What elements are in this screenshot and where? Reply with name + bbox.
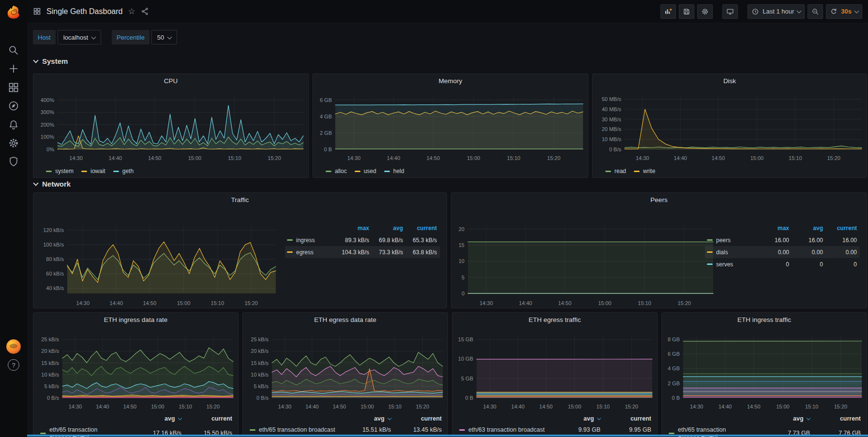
legend-column-header[interactable]: avg — [789, 225, 823, 232]
star-icon[interactable]: ☆ — [128, 7, 135, 15]
panel-title[interactable]: Memory — [313, 77, 588, 85]
svg-text:14:40: 14:40 — [511, 404, 525, 409]
legend-item[interactable]: write — [634, 168, 655, 175]
legend-avg-header[interactable]: avg — [545, 415, 600, 422]
alerting-bell-icon[interactable] — [8, 119, 19, 131]
save-dashboard-button[interactable] — [679, 4, 694, 19]
eth-egress-rate-chart[interactable]: 0 B/s5 kB/s10 kB/s15 kB/s20 kB/s25 kB/s1… — [245, 328, 447, 411]
eth-ingress-traffic-legend: avg currenteth/65 transaction announceme… — [669, 415, 861, 437]
legend-avg-header[interactable]: avg — [126, 415, 181, 422]
admin-shield-icon[interactable] — [8, 156, 19, 167]
panel-title[interactable]: ETH egress data rate — [243, 316, 448, 323]
panel-title[interactable]: ETH ingress data rate — [33, 316, 238, 323]
legend-row[interactable]: eth/65 transaction broadcast15.51 kB/s13… — [250, 426, 442, 433]
legend-item[interactable]: iowait — [81, 168, 105, 175]
eth-ingress-traffic-chart[interactable]: 0 B2 GB4 GB6 GB8 GB14:3014:4014:5015:001… — [664, 328, 866, 411]
variable-percentile-value[interactable]: 50 — [151, 30, 177, 44]
configuration-gear-icon[interactable] — [8, 137, 19, 149]
legend-label: read — [614, 168, 626, 175]
legend-swatch — [326, 171, 331, 172]
legend-bottom-header: avg current — [40, 415, 232, 422]
refresh-button[interactable]: 30s — [826, 4, 862, 19]
svg-text:4 GB: 4 GB — [320, 114, 332, 119]
legend-row[interactable]: peers16.0016.0016.00 — [705, 234, 860, 246]
legend-current-header[interactable]: current — [810, 415, 861, 422]
share-icon[interactable] — [141, 7, 149, 15]
legend-current-header[interactable]: current — [391, 415, 442, 422]
eth-ingress-rate-chart[interactable]: 0 B/s5 kB/s10 kB/s15 kB/s20 kB/s25 kB/s1… — [35, 328, 237, 411]
legend-item[interactable]: held — [384, 168, 404, 175]
legend-column-header[interactable]: current — [823, 225, 857, 232]
dashboard-settings-button[interactable] — [697, 4, 713, 19]
legend-row[interactable]: ingress89.3 kB/s69.8 kB/s65.3 kB/s — [285, 234, 440, 246]
svg-text:15:00: 15:00 — [467, 155, 480, 161]
legend-swatch — [707, 251, 713, 253]
legend-item[interactable]: geth — [113, 168, 134, 175]
panel-title[interactable]: ETH egress traffic — [452, 316, 657, 323]
panel-title[interactable]: CPU — [33, 77, 308, 85]
memory-chart[interactable]: 0 B2 GB4 GB6 GB14:3014:4014:5015:0015:10… — [315, 88, 587, 163]
svg-text:25 kB/s: 25 kB/s — [251, 336, 269, 342]
add-panel-button[interactable] — [660, 4, 676, 19]
explore-compass-icon[interactable] — [8, 100, 19, 112]
panel-title[interactable]: ETH ingress traffic — [662, 316, 867, 323]
legend-item[interactable]: system — [46, 168, 74, 175]
bottom-edge-indicator — [27, 435, 868, 437]
dashboards-icon[interactable] — [8, 82, 19, 93]
legend-current-header[interactable]: current — [181, 415, 232, 422]
legend-row[interactable]: egress104.3 kB/s73.3 kB/s63.8 kB/s — [285, 246, 440, 258]
legend-row[interactable]: eth/63 transaction broadcast9.93 GB9.95 … — [459, 426, 651, 433]
variable-host-label[interactable]: Host — [33, 30, 56, 44]
legend-column-header[interactable]: current — [403, 225, 437, 232]
panel-title[interactable]: Disk — [593, 77, 867, 85]
time-range-label: Last 1 hour — [763, 8, 794, 15]
legend-column-header[interactable]: max — [335, 225, 369, 232]
variable-percentile-label[interactable]: Percentile — [112, 30, 150, 44]
section-network[interactable]: Network — [34, 180, 71, 188]
svg-text:14:40: 14:40 — [96, 404, 109, 409]
search-icon[interactable] — [8, 44, 19, 56]
legend-swatch — [707, 239, 713, 241]
legend-item[interactable]: alloc — [326, 168, 347, 175]
create-plus-icon[interactable] — [8, 63, 19, 74]
user-avatar[interactable] — [6, 339, 21, 354]
legend-row[interactable]: serves000 — [705, 258, 860, 270]
panel-title[interactable]: Peers — [451, 196, 867, 204]
legend-item[interactable]: used — [355, 168, 376, 175]
legend-column-header[interactable]: max — [755, 225, 789, 232]
svg-text:15:10: 15:10 — [638, 300, 651, 306]
legend-label: geth — [122, 168, 134, 175]
svg-text:14:50: 14:50 — [143, 300, 156, 306]
time-range-picker[interactable]: Last 1 hour — [748, 4, 805, 19]
svg-text:14:30: 14:30 — [76, 300, 90, 306]
variable-host-value[interactable]: localhost — [58, 30, 101, 44]
zoom-out-time-button[interactable] — [808, 4, 823, 19]
panel-title[interactable]: Traffic — [33, 196, 447, 204]
legend-row[interactable]: dials0.000.000.00 — [705, 246, 860, 258]
legend-current-header[interactable]: current — [600, 415, 651, 422]
help-icon[interactable]: ? — [8, 359, 19, 371]
svg-text:15:00: 15:00 — [360, 404, 374, 409]
section-title: Network — [42, 180, 71, 188]
legend-item[interactable]: read — [605, 168, 626, 175]
svg-text:15:00: 15:00 — [776, 404, 790, 409]
svg-text:100 kB/s: 100 kB/s — [43, 242, 64, 248]
legend-avg-header[interactable]: avg — [754, 415, 810, 422]
legend-label: used — [364, 168, 376, 175]
eth-egress-rate-legend: avg currenteth/65 transaction broadcast1… — [250, 415, 442, 433]
svg-text:200%: 200% — [41, 122, 54, 128]
cpu-chart[interactable]: 0%100%200%300%400%14:3014:4014:5015:0015… — [35, 88, 307, 163]
grafana-logo[interactable] — [6, 5, 21, 19]
cycle-view-mode-button[interactable] — [722, 4, 738, 19]
disk-chart[interactable]: 0 B/s10 MB/s20 MB/s30 MB/s40 MB/s50 MB/s… — [595, 88, 866, 163]
svg-text:15:10: 15:10 — [789, 155, 802, 161]
traffic-chart[interactable]: 40 kB/s60 kB/s80 kB/s100 kB/s120 kB/s14:… — [35, 211, 280, 308]
peers-chart[interactable]: 0510152014:3014:4014:5015:0015:1015:20 — [453, 211, 717, 308]
svg-text:15:00: 15:00 — [188, 155, 202, 161]
dashboard-title[interactable]: Single Geth Dasboard — [46, 7, 122, 16]
legend-column-header[interactable]: avg — [369, 225, 403, 232]
legend-avg-header[interactable]: avg — [335, 415, 391, 422]
panel-eth-ingress-traffic: ETH ingress traffic 0 B2 GB4 GB6 GB8 GB1… — [661, 312, 867, 436]
section-system[interactable]: System — [34, 57, 68, 65]
eth-egress-traffic-chart[interactable]: 0 B5 GB10 GB15 GB14:3014:4014:5015:0015:… — [454, 328, 656, 411]
